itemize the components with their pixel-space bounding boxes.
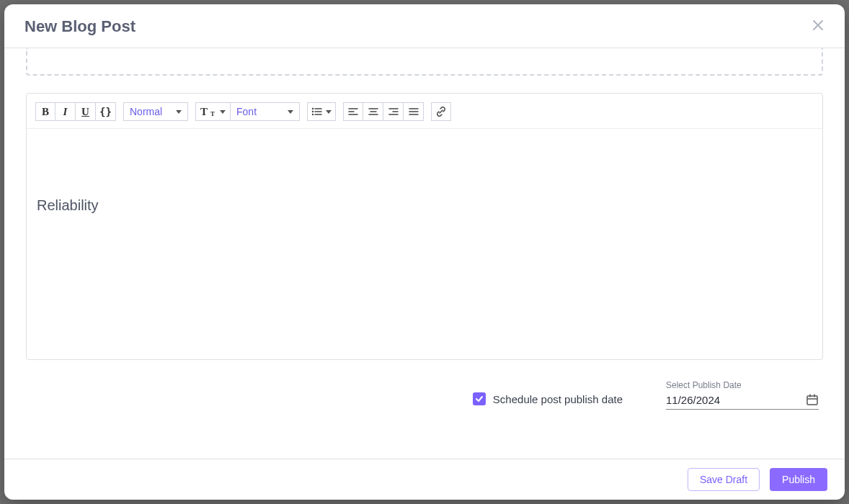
- rich-text-editor: B I U {} Normal TT Font: [26, 93, 823, 360]
- align-left-icon: [347, 106, 359, 117]
- font-family-select[interactable]: Font: [231, 102, 300, 121]
- svg-point-4: [313, 112, 314, 112]
- modal-title: New Blog Post: [25, 17, 135, 36]
- svg-point-3: [313, 109, 314, 109]
- close-button[interactable]: [812, 19, 824, 35]
- chevron-down-icon: [326, 110, 332, 114]
- close-icon: [812, 19, 824, 32]
- check-icon: [475, 395, 484, 403]
- modal-footer: Save Draft Publish: [4, 459, 845, 500]
- list-button[interactable]: [307, 102, 336, 121]
- italic-button[interactable]: I: [55, 102, 76, 121]
- align-right-button[interactable]: [383, 102, 404, 121]
- modal-header: New Blog Post: [4, 4, 845, 48]
- publish-button[interactable]: Publish: [770, 468, 827, 491]
- align-center-button[interactable]: [363, 102, 383, 121]
- font-family-label: Font: [236, 106, 257, 117]
- align-left-button[interactable]: [343, 102, 363, 121]
- svg-rect-18: [807, 396, 817, 405]
- schedule-checkbox[interactable]: [473, 392, 486, 405]
- font-size-select[interactable]: TT: [195, 102, 231, 121]
- chevron-down-icon: [288, 110, 293, 114]
- bold-button[interactable]: B: [35, 102, 55, 121]
- svg-point-5: [313, 114, 314, 115]
- calendar-icon[interactable]: [806, 393, 819, 406]
- paragraph-style-select[interactable]: Normal: [123, 102, 188, 121]
- content-heading: Reliability: [37, 194, 812, 217]
- link-icon: [435, 106, 447, 117]
- link-button[interactable]: [431, 102, 451, 121]
- new-blog-post-modal: New Blog Post B I U {} Normal: [4, 4, 845, 500]
- list-icon: [311, 106, 323, 117]
- code-button[interactable]: {}: [96, 102, 116, 121]
- editor-toolbar: B I U {} Normal TT Font: [27, 94, 822, 129]
- save-draft-button[interactable]: Save Draft: [688, 468, 760, 491]
- underline-button[interactable]: U: [76, 102, 96, 121]
- schedule-checkbox-label: Schedule post publish date: [493, 393, 623, 405]
- align-right-icon: [388, 106, 399, 117]
- schedule-checkbox-wrap[interactable]: Schedule post publish date: [473, 392, 623, 405]
- image-drop-zone[interactable]: [26, 48, 823, 76]
- publish-date-value[interactable]: 11/26/2024: [666, 394, 720, 406]
- publish-date-field[interactable]: Select Publish Date 11/26/2024: [666, 380, 819, 410]
- chevron-down-icon: [176, 110, 182, 114]
- align-center-icon: [368, 106, 379, 117]
- editor-content-area[interactable]: How Scalable is it? You want a system th…: [27, 129, 822, 359]
- align-justify-button[interactable]: [404, 102, 424, 121]
- chevron-down-icon: [220, 110, 226, 114]
- schedule-row: Schedule post publish date Select Publis…: [26, 380, 823, 410]
- publish-date-label: Select Publish Date: [666, 380, 819, 390]
- paragraph-style-label: Normal: [130, 106, 162, 117]
- align-justify-icon: [408, 106, 419, 117]
- modal-body[interactable]: B I U {} Normal TT Font: [4, 48, 845, 459]
